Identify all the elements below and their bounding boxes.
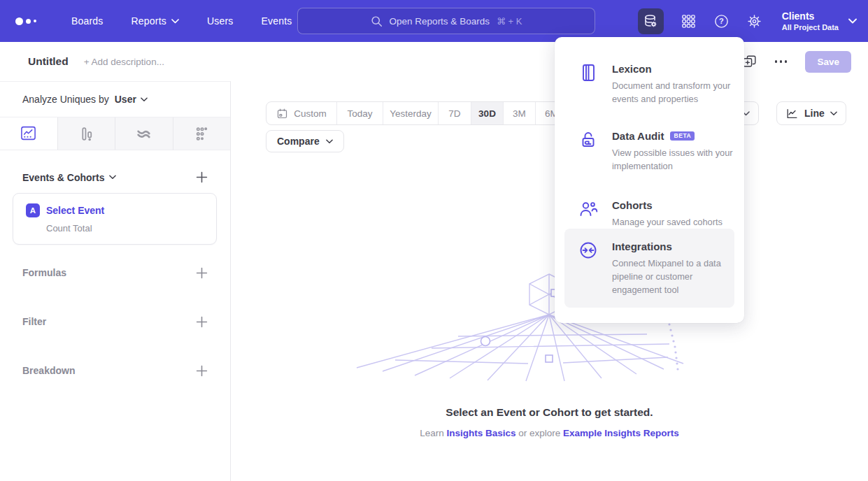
integrations-sync-icon	[578, 240, 599, 260]
breakdown-section: Breakdown	[22, 361, 208, 380]
learn-prefix: Learn	[420, 428, 446, 438]
analyze-by-dropdown[interactable]: User	[115, 94, 148, 105]
apps-grid-icon[interactable]	[681, 13, 697, 29]
select-event-button[interactable]: Select Event	[46, 205, 104, 216]
tab-bar-chart[interactable]	[57, 117, 115, 150]
or-explore-text: or explore	[515, 428, 563, 438]
formulas-label: Formulas	[22, 267, 66, 278]
org-name: Clients	[782, 10, 839, 22]
add-event-button[interactable]	[196, 171, 208, 183]
svg-text:?: ?	[719, 17, 724, 25]
empty-state-title: Select an Event or Cohort to get started…	[231, 406, 868, 419]
chevron-down-icon	[830, 111, 837, 116]
cohorts-title: Cohorts	[612, 199, 653, 212]
tab-insights-line[interactable]	[0, 117, 57, 150]
nav-reports-label: Reports	[131, 15, 166, 27]
add-filter-button[interactable]	[196, 316, 208, 328]
calendar-icon	[276, 108, 288, 120]
line-chart-icon	[785, 107, 799, 120]
add-formula-button[interactable]	[196, 267, 208, 279]
bar-chart-tab-icon	[78, 125, 95, 143]
compare-label: Compare	[277, 136, 320, 147]
analyze-value: User	[115, 94, 136, 105]
nav-boards[interactable]: Boards	[71, 15, 104, 27]
data-audit-lock-icon	[578, 130, 599, 150]
chevron-down-icon	[848, 18, 857, 24]
chart-type-tabs	[0, 117, 230, 150]
tab-metrics[interactable]	[173, 117, 231, 150]
range-today[interactable]: Today	[336, 102, 383, 124]
beta-badge: BETA	[670, 131, 695, 141]
analyze-label: Analyze Uniques by	[22, 94, 109, 105]
query-sidebar: Analyze Uniques by User	[0, 81, 231, 481]
add-breakdown-button[interactable]	[196, 365, 208, 377]
help-icon[interactable]: ?	[713, 13, 730, 29]
mixpanel-logo[interactable]	[15, 17, 39, 25]
chart-type-value: Line	[804, 108, 825, 119]
search-placeholder: Open Reports & Boards	[390, 16, 490, 27]
line-chart-tab-icon	[20, 124, 37, 142]
lexicon-description: Document and transform your events and p…	[612, 79, 738, 106]
event-card[interactable]: A Select Event Count Total	[13, 193, 217, 245]
range-7d[interactable]: 7D	[438, 102, 471, 124]
insights-basics-link[interactable]: Insights Basics	[446, 428, 515, 438]
data-management-button[interactable]	[638, 8, 664, 34]
range-custom-label: Custom	[294, 108, 327, 119]
nav-events-label: Events	[262, 15, 292, 27]
lexicon-book-icon	[578, 63, 599, 82]
top-navbar: Boards Reports Users Events Open Reports…	[0, 0, 868, 42]
menu-item-cohorts[interactable]: Cohorts Manage your saved cohorts	[555, 199, 744, 229]
report-title[interactable]: Untitled	[28, 55, 69, 68]
menu-item-lexicon[interactable]: Lexicon Document and transform your even…	[555, 62, 744, 106]
menu-item-integrations[interactable]: Integrations Connect Mixpanel to a data …	[564, 229, 734, 308]
range-today-label: Today	[347, 108, 372, 119]
range-30d-label: 30D	[478, 108, 496, 119]
range-custom[interactable]: Custom	[266, 102, 336, 124]
metrics-tab-icon	[193, 125, 211, 143]
range-yesterday[interactable]: Yesterday	[383, 102, 438, 124]
chevron-down-icon	[171, 19, 179, 24]
settings-gear-icon[interactable]	[746, 13, 762, 29]
nav-events[interactable]: Events	[262, 15, 292, 27]
empty-state-links: Learn Insights Basics or explore Example…	[231, 428, 868, 438]
range-3m[interactable]: 3M	[503, 102, 535, 124]
tab-flow[interactable]	[115, 117, 173, 150]
app-window: Boards Reports Users Events Open Reports…	[0, 0, 868, 481]
project-name: All Project Data	[782, 22, 839, 32]
events-cohorts-label: Events & Cohorts	[22, 172, 104, 183]
event-aggregation[interactable]: Count Total	[46, 223, 216, 234]
lexicon-title: Lexicon	[612, 62, 652, 76]
duplicate-icon[interactable]	[742, 55, 757, 69]
integrations-description: Connect Mixpanel to a data pipeline or c…	[612, 257, 723, 296]
data-audit-title: Data Audit	[612, 129, 664, 143]
range-7d-label: 7D	[448, 108, 460, 119]
cohorts-description: Manage your saved cohorts	[612, 215, 738, 229]
events-cohorts-header: Events & Cohorts	[22, 171, 208, 183]
filter-section: Filter	[22, 312, 208, 331]
compare-button[interactable]: Compare	[266, 130, 344, 152]
event-letter-badge: A	[26, 203, 40, 217]
menu-item-data-audit[interactable]: Data Audit BETA View possible issues wit…	[555, 129, 744, 173]
search-icon	[371, 15, 383, 27]
search-shortcut: ⌘ + K	[497, 16, 522, 27]
nav-users[interactable]: Users	[207, 15, 234, 27]
data-management-menu: Lexicon Document and transform your even…	[555, 37, 744, 323]
events-cohorts-toggle[interactable]: Events & Cohorts	[22, 172, 116, 183]
chart-type-button[interactable]: Line	[776, 101, 846, 125]
integrations-title: Integrations	[612, 240, 672, 253]
project-switcher[interactable]: Clients All Project Data	[782, 10, 857, 32]
nav-reports[interactable]: Reports	[131, 15, 179, 27]
more-options-button[interactable]	[775, 60, 788, 63]
cohorts-people-icon	[578, 199, 599, 219]
global-search-button[interactable]: Open Reports & Boards ⌘ + K	[297, 8, 595, 34]
formulas-section: Formulas	[22, 263, 208, 282]
example-reports-link[interactable]: Example Insights Reports	[563, 428, 679, 438]
filter-label: Filter	[22, 316, 46, 327]
range-30d[interactable]: 30D	[471, 102, 503, 124]
save-button[interactable]: Save	[805, 51, 851, 73]
nav-users-label: Users	[207, 15, 234, 27]
range-3m-label: 3M	[513, 108, 526, 119]
database-gear-icon	[642, 13, 659, 29]
data-audit-description: View possible issues with your implement…	[612, 146, 738, 173]
add-description-field[interactable]: + Add description...	[84, 57, 164, 67]
